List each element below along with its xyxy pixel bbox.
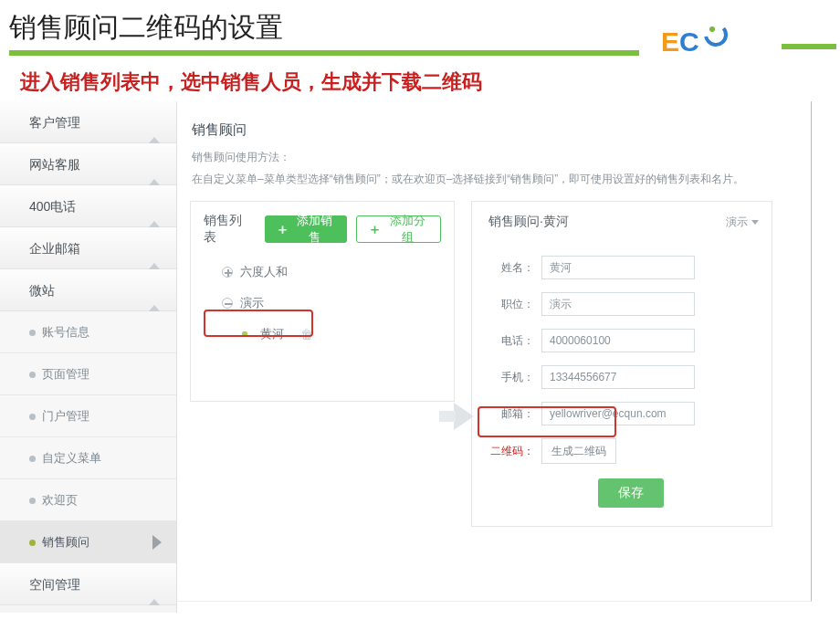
field-phone-row: 电话： <box>488 329 757 352</box>
tree-node-org[interactable]: 六度人和 <box>204 257 441 288</box>
add-sale-button[interactable]: ＋ 添加销售 <box>265 215 348 243</box>
group-dropdown[interactable]: 演示 <box>726 215 759 230</box>
sidebar-item-account[interactable]: 账号信息 <box>0 311 176 353</box>
sidebar-group-label: 网站客服 <box>29 157 80 172</box>
field-mobile-label: 手机： <box>488 370 534 385</box>
field-email-label: 邮箱： <box>488 406 534 422</box>
sidebar-group-label: 微站 <box>29 283 55 298</box>
sidebar-group-mail[interactable]: 企业邮箱 <box>0 227 176 269</box>
sidebar-item-label: 门户管理 <box>42 409 89 423</box>
sidebar-group-customer[interactable]: 客户管理 <box>0 101 176 143</box>
field-mobile-input[interactable] <box>541 365 695 389</box>
section-title: 销售顾问 <box>190 109 805 148</box>
field-mobile-row: 手机： <box>488 365 757 389</box>
field-name-label: 姓名： <box>488 260 534 276</box>
tree-node-label: 六度人和 <box>240 264 288 280</box>
panels-row: 销售列表 ＋ 添加销售 ＋ 添加分组 六度人和 演示 <box>190 201 805 527</box>
field-qr-label: 二维码： <box>488 444 534 459</box>
field-email-row: 邮箱： <box>488 402 757 425</box>
detail-title: 销售顾问·黄河 <box>488 214 569 228</box>
sidebar-item-custommenu[interactable]: 自定义菜单 <box>0 437 176 479</box>
svg-text:EC: EC <box>661 26 699 57</box>
field-phone-input[interactable] <box>541 329 695 352</box>
sidebar-group-webservice[interactable]: 网站客服 <box>0 143 176 185</box>
sales-list-title: 销售列表 <box>204 213 252 246</box>
generate-qr-button[interactable]: 生成二维码 <box>541 438 616 464</box>
chevron-down-icon <box>751 220 759 225</box>
sidebar-item-welcome[interactable]: 欢迎页 <box>0 479 176 521</box>
sales-list-header: 销售列表 ＋ 添加销售 ＋ 添加分组 <box>204 213 441 246</box>
tree-leaf-person[interactable]: 黄河 🗑 <box>204 319 441 350</box>
field-title-row: 职位： <box>488 292 757 316</box>
collapse-minus-icon[interactable] <box>222 298 233 309</box>
field-name-input[interactable] <box>541 256 695 279</box>
sidebar-group-microsite[interactable]: 微站 <box>0 269 176 311</box>
sidebar-item-label: 自定义菜单 <box>42 451 101 465</box>
leaf-bullet-icon <box>242 331 247 337</box>
hint-label: 销售顾问使用方法： <box>190 148 805 167</box>
save-button[interactable]: 保存 <box>598 478 664 508</box>
logo-letter-c: C <box>679 26 699 57</box>
field-email-input[interactable] <box>541 402 695 425</box>
logo-swirl-icon <box>702 21 730 49</box>
field-qr-row: 二维码： 生成二维码 <box>488 438 757 464</box>
tree-node-label: 演示 <box>240 295 264 311</box>
plus-icon: ＋ <box>368 221 382 238</box>
plus-icon: ＋ <box>276 221 289 238</box>
tree-leaf-label: 黄河 <box>260 326 284 342</box>
brand-logo: EC <box>661 20 734 64</box>
logo-dot-icon <box>709 26 715 32</box>
sidebar-group-label: 企业邮箱 <box>29 241 80 256</box>
sidebar-group-label: 400电话 <box>29 199 76 214</box>
sidebar-group-label: 空间管理 <box>29 577 80 592</box>
add-sale-label: 添加销售 <box>293 213 337 246</box>
sidebar-item-label: 销售顾问 <box>42 535 89 549</box>
sales-detail-panel: 销售顾问·黄河 演示 姓名： 职位： 电话： 手 <box>471 201 772 527</box>
title-rule-right <box>782 44 836 49</box>
arrow-right-icon <box>454 403 474 430</box>
sidebar: 客户管理 网站客服 400电话 企业邮箱 微站 账号信息 页面管理 门户管理 <box>0 101 177 613</box>
logo-letter-e: E <box>661 26 679 57</box>
add-group-button[interactable]: ＋ 添加分组 <box>356 215 441 243</box>
title-rule-left <box>9 50 639 56</box>
sidebar-item-label: 页面管理 <box>42 367 89 381</box>
sidebar-item-portal[interactable]: 门户管理 <box>0 395 176 437</box>
chevron-up-icon <box>149 580 160 622</box>
sidebar-item-label: 账号信息 <box>42 325 89 339</box>
sidebar-group-label: 客户管理 <box>29 115 80 130</box>
sales-list-panel: 销售列表 ＋ 添加销售 ＋ 添加分组 六度人和 演示 <box>190 201 455 402</box>
field-name-row: 姓名： <box>488 256 757 279</box>
tree-node-demo[interactable]: 演示 <box>204 288 441 319</box>
sidebar-group-space[interactable]: 空间管理 <box>0 563 176 605</box>
content-area: 销售顾问 销售顾问使用方法： 在自定义菜单–菜单类型选择“销售顾问”；或在欢迎页… <box>183 101 813 534</box>
trash-icon[interactable]: 🗑 <box>300 327 313 341</box>
sidebar-item-label: 欢迎页 <box>42 493 78 507</box>
sidebar-group-400phone[interactable]: 400电话 <box>0 185 176 227</box>
field-title-input[interactable] <box>541 292 695 316</box>
add-group-label: 添加分组 <box>385 213 429 246</box>
expand-plus-icon[interactable] <box>222 267 233 278</box>
field-title-label: 职位： <box>488 297 534 312</box>
group-dropdown-label: 演示 <box>726 215 748 230</box>
field-phone-label: 电话： <box>488 333 534 349</box>
page-header: 销售顾问二维码的设置 EC <box>0 0 840 56</box>
chevron-right-icon <box>152 535 162 550</box>
sidebar-item-pagemgr[interactable]: 页面管理 <box>0 353 176 395</box>
sidebar-item-sales[interactable]: 销售顾问 <box>0 521 176 563</box>
hint-body: 在自定义菜单–菜单类型选择“销售顾问”；或在欢迎页–选择链接到“销售顾问”，即可… <box>190 167 805 201</box>
app-canvas: 客户管理 网站客服 400电话 企业邮箱 微站 账号信息 页面管理 门户管理 <box>0 101 813 604</box>
